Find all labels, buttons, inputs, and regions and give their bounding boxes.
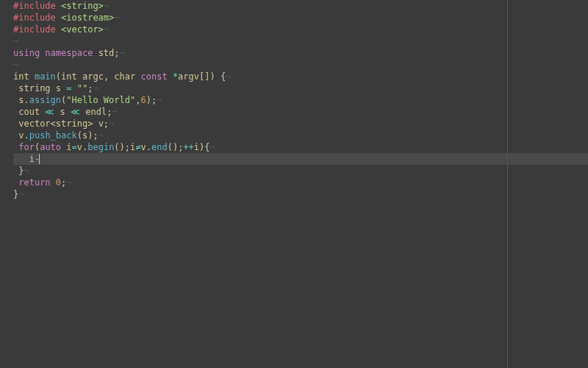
identifier: v bbox=[98, 118, 104, 129]
eol-marker: ¬ bbox=[109, 118, 114, 129]
eol-marker: ¬ bbox=[93, 83, 98, 93]
identifier: s bbox=[60, 107, 65, 117]
eol-marker: ¬ bbox=[13, 36, 18, 46]
include-header: <string> bbox=[61, 1, 104, 11]
eol-marker: ¬ bbox=[13, 60, 18, 70]
identifier: i bbox=[66, 142, 71, 152]
type: vector<string> bbox=[18, 118, 93, 129]
code-line: #include <vector>¬ bbox=[13, 24, 588, 35]
eol-marker: ¬ bbox=[120, 48, 125, 58]
text-cursor bbox=[39, 154, 40, 164]
eol-marker: ¬ bbox=[114, 13, 119, 23]
eol-marker: ¬ bbox=[18, 189, 24, 199]
code-line: ·string s = "";¬ bbox=[13, 82, 588, 94]
string-literal: "Hello World" bbox=[66, 95, 135, 105]
eol-marker: ¬ bbox=[210, 142, 215, 152]
eol-marker: ¬ bbox=[66, 177, 71, 188]
string-literal: "" bbox=[77, 83, 87, 93]
code-line-current: ···i- bbox=[13, 153, 588, 165]
code-line: ·for(auto i=v.begin();i≠v.end();++i){¬ bbox=[13, 141, 588, 153]
code-line: ·s.assign("Hello World",6);¬ bbox=[13, 94, 588, 106]
keyword: auto bbox=[40, 142, 61, 152]
identifier: endl bbox=[85, 107, 107, 117]
include-header: <iostream> bbox=[61, 13, 114, 23]
eol-marker: ¬ bbox=[112, 107, 117, 117]
code-line: using namespace std;¬ bbox=[13, 47, 588, 59]
column-ruler bbox=[507, 0, 508, 368]
preproc-directive: #include bbox=[13, 24, 56, 35]
keyword: const bbox=[140, 71, 167, 82]
identifier: v bbox=[141, 142, 146, 152]
method: assign bbox=[29, 95, 61, 105]
code-line: #include <iostream>¬ bbox=[13, 12, 588, 24]
method: end bbox=[151, 142, 168, 152]
code-line: }¬ bbox=[13, 188, 588, 200]
type: int bbox=[61, 71, 77, 82]
eol-marker: ¬ bbox=[98, 130, 104, 141]
identifier: cout bbox=[18, 107, 40, 117]
identifier: argv bbox=[178, 71, 199, 82]
code-editor[interactable]: #include <string>¬ #include <iostream>¬ … bbox=[0, 0, 588, 200]
preproc-directive: #include bbox=[13, 13, 56, 23]
keyword: for bbox=[18, 142, 35, 152]
code-line: ¬ bbox=[13, 35, 588, 47]
indent-guide: ··· bbox=[13, 154, 29, 164]
code-line: #include <string>¬ bbox=[13, 0, 588, 12]
identifier: std bbox=[98, 48, 115, 58]
type: char bbox=[114, 71, 135, 82]
eol-marker: ¬ bbox=[157, 95, 162, 105]
identifier: argc bbox=[82, 71, 104, 82]
eol-marker: ¬ bbox=[24, 166, 29, 176]
code-line: ·}¬ bbox=[13, 165, 588, 177]
number: 0 bbox=[56, 177, 61, 188]
include-header: <vector> bbox=[61, 24, 104, 35]
code-line: ¬ bbox=[13, 59, 588, 71]
code-line: int main(int argc, char const *argv[]) {… bbox=[13, 71, 588, 82]
code-line: ·cout ≪ s ≪ endl;¬ bbox=[13, 106, 588, 118]
code-line: ·vector<string> v;¬ bbox=[13, 118, 588, 130]
code-line: ·v.push_back(s);¬ bbox=[13, 130, 588, 141]
identifier: i bbox=[194, 142, 199, 152]
type: string bbox=[18, 83, 50, 93]
preproc-directive: #include bbox=[13, 1, 56, 11]
number: 6 bbox=[140, 95, 146, 105]
keyword: namespace bbox=[45, 48, 93, 58]
method: begin bbox=[87, 142, 114, 152]
identifier: v bbox=[77, 142, 82, 152]
keyword: using bbox=[13, 48, 40, 58]
type: int bbox=[13, 71, 29, 82]
keyword: return bbox=[18, 177, 50, 188]
code-line: ·return 0;¬ bbox=[13, 177, 588, 188]
method: push_back bbox=[29, 130, 77, 141]
eol-marker: ¬ bbox=[104, 24, 109, 35]
eol-marker: ¬ bbox=[104, 1, 109, 11]
function: main bbox=[35, 71, 56, 82]
eol-marker: ¬ bbox=[226, 71, 231, 82]
identifier: i bbox=[29, 154, 35, 164]
identifier: s bbox=[56, 83, 61, 93]
